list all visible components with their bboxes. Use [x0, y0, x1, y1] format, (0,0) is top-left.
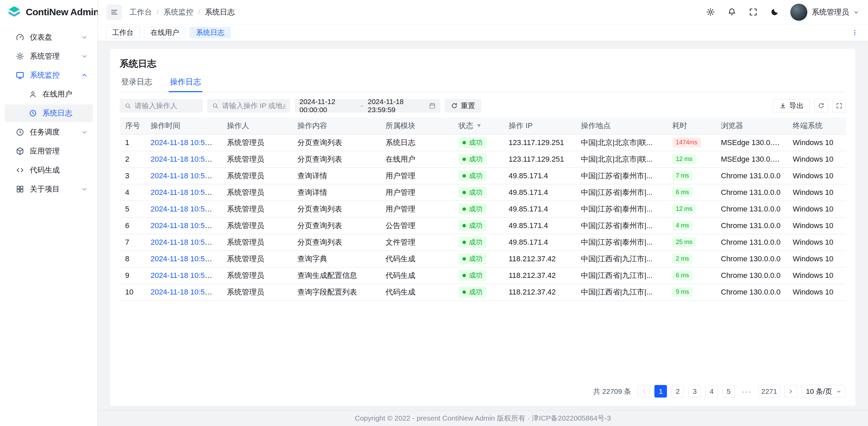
cell-index: 5 — [120, 201, 145, 217]
status-badge: 成功 — [458, 137, 487, 148]
tabs-more-button[interactable] — [850, 27, 860, 38]
time-link[interactable]: 2024-11-18 10:51:52 — [151, 238, 219, 246]
pagination-page-4[interactable]: 4 — [705, 385, 718, 398]
cell-status: 成功 — [453, 134, 503, 151]
operator-search-input[interactable] — [135, 102, 198, 110]
tab-workbench[interactable]: 工作台 — [106, 27, 140, 38]
status-badge: 成功 — [458, 170, 487, 181]
breadcrumb-item[interactable]: 工作台 — [130, 7, 152, 17]
cell-content: 查询详情 — [292, 167, 380, 184]
page-size-select[interactable]: 10 条/页 — [802, 385, 846, 398]
code-icon — [16, 166, 24, 175]
pagination-page-1[interactable]: 1 — [654, 385, 667, 398]
duration-badge: 4 ms — [672, 221, 692, 230]
date-range-picker[interactable]: 2024-11-12 00:00:00 - 2024-11-18 23:59:5… — [295, 99, 440, 113]
sidebar-item-app-management[interactable]: 应用管理 — [5, 142, 93, 160]
operator-search-box — [120, 99, 203, 113]
sidebar-item-system-monitor[interactable]: 系统监控 — [5, 66, 93, 84]
cell-time: 2024-11-18 10:52:55 — [145, 134, 221, 151]
chevron-up-icon — [81, 72, 88, 79]
refresh-table-button[interactable] — [814, 99, 828, 113]
time-link[interactable]: 2024-11-18 10:51:49 — [151, 271, 219, 280]
pagination-page-5[interactable]: 5 — [722, 385, 735, 398]
cell-os: Windows 10 — [787, 250, 846, 267]
sidebar-item-code-generation[interactable]: 代码生成 — [5, 161, 93, 179]
cell-ip: 123.117.129.251 — [503, 134, 575, 151]
cell-time: 2024-11-18 10:51:55 — [145, 201, 221, 217]
ip-search-input[interactable] — [222, 102, 285, 110]
status-dot-icon — [462, 174, 466, 178]
moon-icon — [770, 7, 779, 17]
cell-operator: 系统管理员 — [221, 151, 292, 167]
tab-online-users[interactable]: 在线用户 — [144, 27, 185, 38]
cell-time: 2024-11-18 10:51:52 — [145, 234, 221, 250]
sidebar-item-online-users[interactable]: 在线用户 — [5, 85, 93, 103]
status-label: 成功 — [469, 188, 482, 197]
cell-time: 2024-11-18 10:52:12 — [145, 167, 221, 184]
status-label: 成功 — [469, 171, 482, 180]
cell-ip: 123.117.129.251 — [503, 151, 575, 167]
time-link[interactable]: 2024-11-18 10:51:50 — [151, 255, 219, 263]
time-link[interactable]: 2024-11-18 10:51:53 — [151, 221, 219, 230]
sidebar-item-about-project[interactable]: 关于项目 — [5, 180, 93, 198]
pagination-prev-button[interactable] — [637, 385, 650, 398]
status-filter-icon[interactable] — [476, 123, 482, 129]
pagination-page-3[interactable]: 3 — [688, 385, 701, 398]
time-link[interactable]: 2024-11-18 10:52:55 — [151, 138, 219, 147]
time-link[interactable]: 2024-11-18 10:52:47 — [151, 155, 219, 163]
sidebar-item-task-schedule[interactable]: 任务调度 — [5, 123, 93, 141]
cell-browser: MSEdge 130.0.0.0 — [715, 134, 787, 151]
expand-icon — [836, 102, 843, 109]
time-link[interactable]: 2024-11-18 10:51:49 — [151, 288, 219, 296]
sidebar-item-system-management[interactable]: 系统管理 — [5, 47, 93, 65]
cell-ip: 49.85.171.4 — [503, 184, 575, 201]
status-dot-icon — [462, 224, 466, 227]
pagination-next-button[interactable] — [785, 385, 797, 398]
pagination-total: 共 22709 条 — [593, 387, 631, 396]
search-icon — [212, 102, 219, 109]
fullscreen-button[interactable] — [747, 6, 759, 18]
cell-time: 2024-11-18 10:51:49 — [145, 267, 221, 284]
table-row: 42024-11-18 10:52:05系统管理员查询详情用户管理成功49.85… — [120, 184, 846, 201]
export-label: 导出 — [789, 101, 804, 110]
pagination-ellipsis[interactable]: ··· — [739, 385, 754, 398]
cell-module: 公告管理 — [380, 217, 453, 234]
status-dot-icon — [462, 290, 466, 294]
time-link[interactable]: 2024-11-18 10:51:55 — [151, 205, 219, 213]
collapse-menu-button[interactable] — [106, 4, 122, 20]
dark-mode-button[interactable] — [769, 6, 781, 18]
table-fullscreen-button[interactable] — [832, 99, 846, 113]
cell-operator: 系统管理员 — [221, 184, 292, 201]
tab-login-log[interactable]: 登录日志 — [120, 77, 154, 92]
sidebar-item-dashboard[interactable]: 仪表盘 — [5, 28, 93, 46]
cell-os: Windows 10 — [787, 234, 846, 250]
cell-operator: 系统管理员 — [221, 234, 292, 250]
notifications-button[interactable] — [726, 6, 738, 18]
breadcrumb-item[interactable]: 系统监控 — [163, 7, 193, 17]
col-time: 操作时间 — [145, 118, 221, 134]
table-row: 32024-11-18 10:52:12系统管理员查询详情用户管理成功49.85… — [120, 167, 846, 184]
user-menu[interactable]: 系统管理员 — [790, 3, 859, 21]
sidebar-item-system-log[interactable]: 系统日志 — [5, 104, 93, 122]
reset-button[interactable]: 重置 — [445, 99, 481, 113]
export-button[interactable]: 导出 — [773, 99, 810, 113]
settings-button[interactable] — [705, 6, 716, 18]
cell-index: 2 — [120, 151, 145, 167]
main-content: 系统日志 登录日志 操作日志 — [98, 41, 868, 410]
cell-status: 成功 — [453, 250, 503, 267]
duration-badge: 6 ms — [672, 270, 692, 280]
pagination-page-2271[interactable]: 2271 — [758, 385, 780, 398]
cell-browser: Chrome 130.0.0.0 — [715, 284, 787, 300]
tab-system-log[interactable]: 系统日志 — [190, 27, 231, 38]
table-row: 12024-11-18 10:52:55系统管理员分页查询列表系统日志成功123… — [120, 134, 846, 151]
cell-time: 2024-11-18 10:51:53 — [145, 217, 221, 234]
pagination-page-2[interactable]: 2 — [671, 385, 684, 398]
duration-badge: 12 ms — [672, 154, 696, 164]
cell-browser: Chrome 131.0.0.0 — [715, 167, 787, 184]
time-link[interactable]: 2024-11-18 10:52:12 — [151, 171, 219, 180]
table-row: 72024-11-18 10:51:52系统管理员分页查询列表文件管理成功49.… — [120, 234, 846, 250]
cell-ip: 118.212.37.42 — [503, 267, 575, 284]
cell-index: 7 — [120, 234, 145, 250]
time-link[interactable]: 2024-11-18 10:52:05 — [151, 188, 219, 197]
tab-operation-log[interactable]: 操作日志 — [169, 77, 202, 92]
